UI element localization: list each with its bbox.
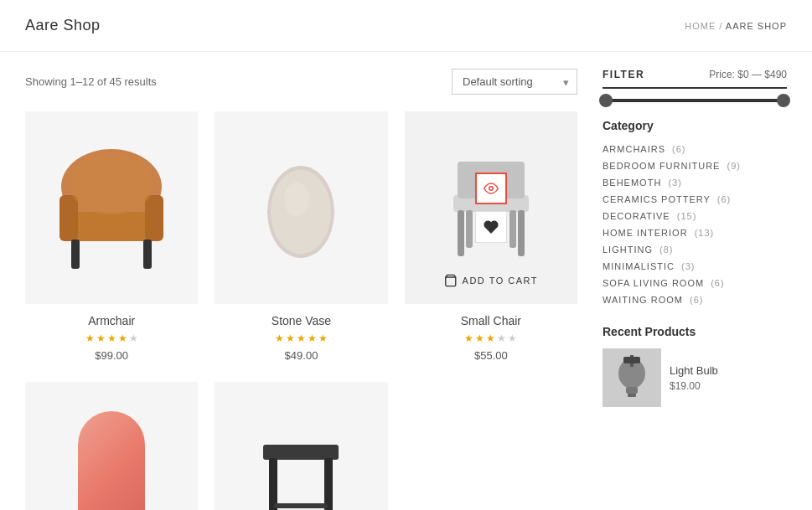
product-price-armchair: $99.00 bbox=[25, 349, 198, 362]
category-name: ARMCHAIRS bbox=[603, 144, 665, 154]
svg-point-25 bbox=[299, 477, 303, 481]
category-name: DECORATIVE bbox=[603, 211, 670, 221]
star-2: ★ bbox=[96, 332, 106, 344]
cart-icon bbox=[444, 274, 458, 287]
product-card-stone-vase[interactable]: Stone Vase ★ ★ ★ ★ ★ $49.00 bbox=[215, 111, 387, 365]
heart-icon-chair bbox=[484, 219, 499, 234]
star-5: ★ bbox=[508, 332, 517, 344]
sort-wrapper: Default sorting Price: Low to High Price… bbox=[452, 69, 577, 95]
eye-icon-chair bbox=[484, 181, 499, 196]
category-title: Category bbox=[603, 119, 787, 132]
toolbar: Showing 1–12 of 45 results Default sorti… bbox=[25, 69, 577, 95]
eye-icon-stool bbox=[293, 471, 308, 486]
add-to-cart-button-chair[interactable]: ADD TO CART bbox=[444, 267, 538, 294]
sidebar: FILTER Price: $0 — $490 Category ARMCHAI… bbox=[603, 69, 787, 510]
price-range-label: Price: $0 — $490 bbox=[709, 69, 787, 80]
products-grid: Armchair ★ ★ ★ ★ ★ $99.00 bbox=[25, 111, 577, 510]
price-range-track[interactable] bbox=[603, 99, 787, 102]
star-5: ★ bbox=[129, 332, 138, 344]
wishlist-btn-small-chair[interactable] bbox=[475, 211, 507, 243]
category-item-lighting[interactable]: LIGHTING (8) bbox=[603, 241, 787, 258]
product-image-pink-cylinder bbox=[25, 382, 198, 510]
star-5: ★ bbox=[318, 332, 328, 344]
category-count: (13) bbox=[695, 228, 715, 238]
eye-icon-pink bbox=[104, 471, 119, 486]
star-1: ★ bbox=[275, 332, 284, 344]
category-item-home-interior[interactable]: HOME INTERIOR (13) bbox=[603, 224, 787, 241]
light-bulb-illustration bbox=[603, 348, 661, 407]
category-name: BEHEMOTH bbox=[603, 178, 661, 188]
recent-product-name: Light Bulb bbox=[670, 364, 718, 377]
category-count: (3) bbox=[681, 261, 695, 271]
svg-point-20 bbox=[110, 477, 114, 481]
product-card-small-chair[interactable]: ADD TO CART Small Chair ★ ★ ★ ★ ★ $55.00 bbox=[405, 111, 577, 365]
product-name-stone-vase: Stone Vase bbox=[215, 314, 387, 327]
category-item-bedroom[interactable]: BEDROOM FURNITURE (9) bbox=[603, 157, 787, 174]
star-3: ★ bbox=[486, 332, 495, 344]
product-stars-small-chair: ★ ★ ★ ★ ★ bbox=[405, 332, 577, 344]
star-2: ★ bbox=[475, 332, 484, 344]
category-item-armchairs[interactable]: ARMCHAIRS (6) bbox=[603, 141, 787, 157]
category-list: ARMCHAIRS (6) BEDROOM FURNITURE (9) BEHE… bbox=[603, 141, 787, 308]
star-2: ★ bbox=[286, 332, 295, 344]
svg-point-18 bbox=[489, 187, 494, 191]
header: Aare Shop HOME / AARE SHOP bbox=[0, 0, 812, 52]
wishlist-btn-armchair[interactable] bbox=[96, 211, 127, 243]
breadcrumb-home[interactable]: HOME bbox=[685, 21, 716, 31]
product-image-armchair bbox=[25, 111, 198, 304]
product-name-small-chair: Small Chair bbox=[405, 314, 577, 327]
eye-icon bbox=[104, 181, 119, 196]
category-item-decorative[interactable]: DECORATIVE (15) bbox=[603, 208, 787, 224]
product-card-dark-stool[interactable] bbox=[215, 382, 387, 510]
sort-select[interactable]: Default sorting Price: Low to High Price… bbox=[452, 69, 577, 95]
product-card-armchair[interactable]: Armchair ★ ★ ★ ★ ★ $99.00 bbox=[25, 111, 198, 365]
quickview-btn-small-chair[interactable] bbox=[475, 173, 507, 204]
recent-product-light-bulb[interactable]: Light Bulb $19.00 bbox=[603, 348, 787, 407]
product-name-armchair: Armchair bbox=[25, 314, 198, 327]
category-name: CERAMICS POTTERY bbox=[603, 194, 711, 204]
category-item-waiting-room[interactable]: WAITING ROOM (6) bbox=[603, 291, 787, 308]
quickview-btn-pink[interactable] bbox=[96, 462, 127, 494]
category-item-sofa-living-room[interactable]: SOFA LIVING ROOM (6) bbox=[603, 275, 787, 291]
category-count: (8) bbox=[659, 245, 673, 255]
product-stars-armchair: ★ ★ ★ ★ ★ bbox=[25, 332, 198, 344]
filter-label: FILTER bbox=[603, 69, 644, 80]
product-stars-stone-vase: ★ ★ ★ ★ ★ bbox=[215, 332, 387, 344]
product-price-stone-vase: $49.00 bbox=[215, 349, 387, 362]
shop-title: Aare Shop bbox=[25, 17, 101, 34]
category-item-minimalistic[interactable]: MINIMALISTIC (3) bbox=[603, 258, 787, 275]
product-content: Showing 1–12 of 45 results Default sorti… bbox=[25, 69, 577, 510]
category-item-ceramics[interactable]: CERAMICS POTTERY (6) bbox=[603, 191, 787, 208]
star-4: ★ bbox=[308, 332, 317, 344]
category-name: LIGHTING bbox=[603, 245, 653, 255]
quickview-btn-armchair[interactable] bbox=[96, 173, 127, 204]
price-filter: FILTER Price: $0 — $490 bbox=[603, 69, 787, 102]
product-card-pink-cylinder[interactable] bbox=[25, 382, 198, 510]
category-count: (15) bbox=[677, 211, 697, 221]
star-4: ★ bbox=[118, 332, 127, 344]
product-overlay-small-chair: ADD TO CART bbox=[405, 111, 577, 304]
add-to-cart-overlay[interactable]: ADD TO CART bbox=[444, 267, 538, 294]
wishlist-btn-stone-vase[interactable] bbox=[285, 211, 317, 243]
svg-point-11 bbox=[299, 187, 303, 191]
price-range-thumb-left[interactable] bbox=[599, 94, 613, 107]
recent-products-title: Recent Products bbox=[603, 325, 787, 338]
breadcrumb: HOME / AARE SHOP bbox=[685, 21, 787, 31]
recent-product-info: Light Bulb $19.00 bbox=[670, 364, 718, 392]
price-range-fill bbox=[603, 99, 787, 102]
category-name: WAITING ROOM bbox=[603, 295, 683, 305]
breadcrumb-current: AARE SHOP bbox=[726, 21, 787, 31]
category-item-behemoth[interactable]: BEHEMOTH (3) bbox=[603, 174, 787, 191]
product-image-stone-vase bbox=[215, 111, 387, 304]
category-count: (6) bbox=[690, 295, 703, 305]
eye-icon-vase bbox=[293, 181, 308, 196]
star-3: ★ bbox=[297, 332, 306, 344]
category-count: (3) bbox=[668, 178, 681, 188]
category-name: HOME INTERIOR bbox=[603, 228, 688, 238]
quickview-btn-stool[interactable] bbox=[285, 462, 317, 494]
price-range-thumb-right[interactable] bbox=[777, 94, 790, 107]
quickview-btn-stone-vase[interactable] bbox=[285, 173, 317, 204]
product-price-small-chair: $55.00 bbox=[405, 349, 577, 362]
star-1: ★ bbox=[464, 332, 473, 344]
svg-rect-28 bbox=[626, 387, 638, 394]
